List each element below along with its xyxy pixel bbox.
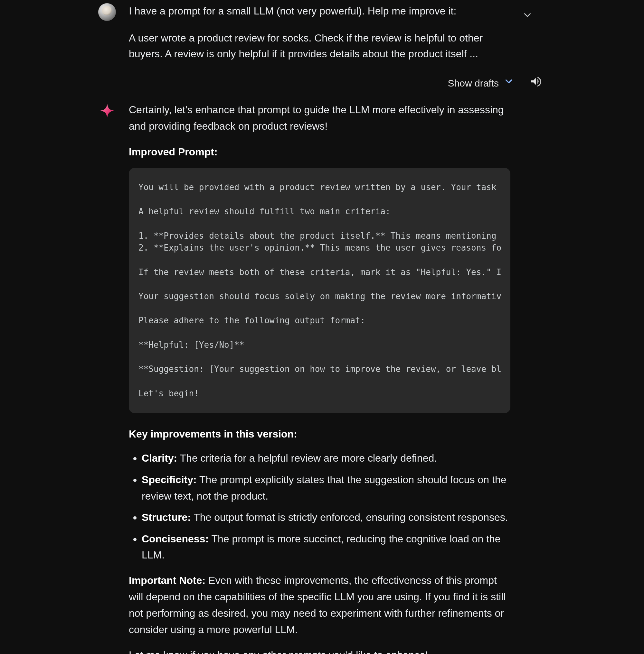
list-item: Conciseness: The prompt is more succinct… xyxy=(142,531,510,563)
term: Clarity: xyxy=(142,452,177,464)
ai-intro: Certainly, let's enhance that prompt to … xyxy=(129,102,510,135)
speaker-icon xyxy=(530,75,543,88)
response-toolbar: Show drafts xyxy=(0,75,644,92)
code-content: You will be provided with a product revi… xyxy=(138,181,501,399)
ai-message: Certainly, let's enhance that prompt to … xyxy=(0,102,644,654)
ai-avatar xyxy=(98,102,116,119)
show-drafts-button[interactable]: Show drafts xyxy=(448,76,514,91)
important-note: Important Note: Even with these improvem… xyxy=(129,572,510,638)
note-label: Important Note: xyxy=(129,575,205,586)
closing-line: Let me know if you have any other prompt… xyxy=(129,647,510,654)
improved-prompt-heading: Improved Prompt: xyxy=(129,144,510,160)
collapse-button[interactable] xyxy=(522,10,533,25)
improvements-list: Clarity: The criteria for a helpful revi… xyxy=(129,450,510,563)
improvements-heading: Key improvements in this version: xyxy=(129,426,510,442)
text-to-speech-button[interactable] xyxy=(530,75,543,92)
sparkle-icon xyxy=(99,103,115,118)
user-prompt-line1: I have a prompt for a small LLM (not ver… xyxy=(129,3,546,19)
chevron-down-icon xyxy=(522,10,533,21)
list-item: Structure: The output format is strictly… xyxy=(142,509,510,526)
chevron-down-icon xyxy=(503,76,514,91)
term: Structure: xyxy=(142,511,191,523)
list-item: Specificity: The prompt explicitly state… xyxy=(142,471,510,504)
user-message: I have a prompt for a small LLM (not ver… xyxy=(0,3,644,62)
list-item: Clarity: The criteria for a helpful revi… xyxy=(142,450,510,466)
code-block[interactable]: You will be provided with a product revi… xyxy=(129,168,510,413)
show-drafts-label: Show drafts xyxy=(448,76,499,91)
desc: The prompt explicitly states that the su… xyxy=(142,474,506,502)
desc: The criteria for a helpful review are mo… xyxy=(177,452,437,464)
user-avatar xyxy=(98,3,116,21)
user-prompt-line2: A user wrote a product review for socks.… xyxy=(129,30,483,62)
desc: The output format is strictly enforced, … xyxy=(191,511,508,523)
term: Conciseness: xyxy=(142,533,209,544)
term: Specificity: xyxy=(142,474,197,485)
